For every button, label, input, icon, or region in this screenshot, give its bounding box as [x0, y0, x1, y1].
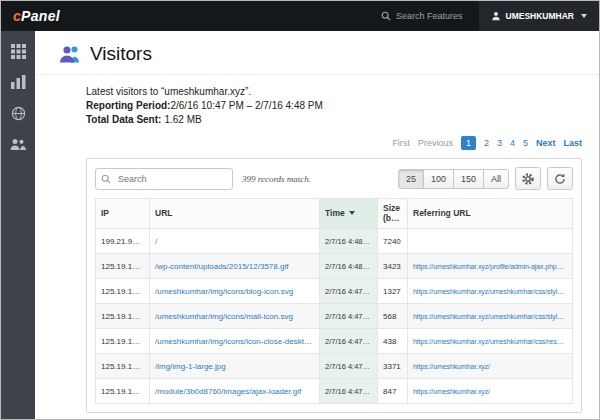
sidebar-item-domains[interactable]	[10, 105, 26, 121]
user-icon	[491, 11, 501, 21]
pagination-next[interactable]: Next	[536, 138, 556, 148]
time-cell: 2/7/16 4:47 PM	[320, 279, 378, 304]
pagination-previous[interactable]: Previous	[418, 138, 453, 148]
table-row: 125.19.102.78 /module/3b0d8760/images/aj…	[96, 379, 573, 404]
column-header-time[interactable]: Time	[320, 199, 378, 229]
size-cell: 847	[378, 379, 408, 404]
size-cell: 568	[378, 304, 408, 329]
referring-url-link[interactable]: https://umeshkumhar.xyz/	[413, 388, 490, 395]
page-header: Visitors	[35, 31, 599, 75]
sidebar-item-home[interactable]	[10, 43, 26, 59]
users-icon	[10, 138, 26, 151]
url-cell: /wp-content/uploads/2015/12/3578.gif	[150, 254, 320, 279]
intro-text: Latest visitors to “umeshkumhar.xyz”.	[86, 86, 599, 97]
referring-url-link[interactable]: https://umeshkumhar.xyz/	[413, 363, 490, 370]
ip-cell: 125.19.102.78	[96, 354, 150, 379]
cpanel-logo[interactable]: cPanel	[13, 8, 60, 24]
apps-grid-icon	[11, 44, 26, 59]
referring-url-link[interactable]: https://umeshkumhar.xyz/umeshkumhar/css/…	[413, 313, 573, 320]
column-header-ip[interactable]: IP	[96, 199, 150, 229]
size-cell: 3371	[378, 354, 408, 379]
url-link[interactable]: /umeshkumhar/img/icons/mail-icon.svg	[155, 312, 293, 321]
user-menu[interactable]: UMESHKUMHAR	[479, 1, 599, 31]
referring-url-link[interactable]: https://umeshkumhar.xyz/umeshkumhar/css/…	[413, 288, 573, 295]
page-size-100-button[interactable]: 100	[423, 169, 454, 189]
main-content: Visitors Latest visitors to “umeshkumhar…	[35, 31, 599, 419]
chevron-down-icon	[581, 14, 587, 18]
pagination-first[interactable]: First	[392, 138, 410, 148]
reporting-period-value: 2/6/16 10:47 PM – 2/7/16 4:48 PM	[170, 100, 322, 111]
pagination-page-1[interactable]: 1	[461, 136, 476, 150]
total-data-value: 1.62 MB	[164, 114, 201, 125]
column-header-referring-url[interactable]: Referring URL	[408, 199, 573, 229]
url-cell: /umeshkumhar/img/icons/blog-icon.svg	[150, 279, 320, 304]
url-cell: /	[150, 229, 320, 254]
url-link[interactable]: /umeshkumhar/img/icons/blog-icon.svg	[155, 287, 293, 296]
referring-url-link[interactable]: https://umeshkumhar.xyz/umeshkumhar/css/…	[413, 338, 573, 345]
search-features-button[interactable]: Search Features	[381, 11, 463, 21]
ip-cell: 125.19.102.78	[96, 254, 150, 279]
page-size-25-button[interactable]: 25	[398, 169, 424, 189]
ip-cell: 125.19.102.78	[96, 279, 150, 304]
size-cell: 438	[378, 329, 408, 354]
column-header-size[interactable]: Size (bytes)	[378, 199, 408, 229]
pagination-last[interactable]: Last	[563, 138, 582, 148]
referring-url-link[interactable]: https://umeshkumhar.xyz/profile/admin-aj…	[413, 263, 573, 270]
url-cell: /umeshkumhar/img/icons/mail-icon.svg	[150, 304, 320, 329]
records-match-text: 399 records match.	[242, 174, 311, 184]
column-header-url[interactable]: URL	[150, 199, 320, 229]
url-link[interactable]: /module/3b0d8760/images/ajax-loader.gif	[155, 387, 301, 396]
table-row: 125.19.102.78 /umeshkumhar/img/icons/blo…	[96, 279, 573, 304]
url-link[interactable]: /img/img-1-large.jpg	[155, 362, 226, 371]
refresh-button[interactable]	[547, 167, 573, 190]
sidebar	[1, 31, 35, 419]
time-header-label: Time	[325, 208, 345, 218]
sidebar-item-users[interactable]	[10, 136, 26, 152]
table-wrap: IP URL Time Size (bytes) Referring URL 1…	[95, 198, 573, 404]
reporting-period-label: Reporting Period:	[86, 100, 170, 111]
logo-text-panel: Panel	[21, 8, 60, 24]
reporting-period: Reporting Period:2/6/16 10:47 PM – 2/7/1…	[86, 100, 599, 111]
table-row: 125.19.102.78 /wp-content/uploads/2015/1…	[96, 254, 573, 279]
url-cell: /umeshkumhar/img/icons/icon-close-deskto…	[150, 329, 320, 354]
search-box	[95, 168, 233, 190]
table-row: 125.19.102.78 /img/img-1-large.jpg 2/7/1…	[96, 354, 573, 379]
search-input[interactable]	[95, 168, 233, 190]
refresh-icon	[554, 173, 566, 185]
pagination-page-5[interactable]: 5	[523, 138, 528, 148]
url-link[interactable]: /wp-content/uploads/2015/12/3578.gif	[155, 262, 288, 271]
time-cell: 2/7/16 4:47 PM	[320, 354, 378, 379]
page-size-all-button[interactable]: All	[483, 169, 509, 189]
bar-chart-icon	[11, 75, 26, 89]
url-link[interactable]: /	[155, 237, 157, 246]
time-cell: 2/7/16 4:48 PM	[320, 229, 378, 254]
globe-icon	[11, 106, 26, 121]
pagination-page-2[interactable]: 2	[484, 138, 489, 148]
page-size-150-button[interactable]: 150	[453, 169, 484, 189]
url-link[interactable]: /umeshkumhar/img/icons/icon-close-deskto…	[155, 337, 320, 346]
referring-url-cell: https://umeshkumhar.xyz/	[408, 354, 573, 379]
pagination-page-4[interactable]: 4	[510, 138, 515, 148]
summary-block: Latest visitors to “umeshkumhar.xyz”. Re…	[35, 86, 599, 125]
ip-cell: 199.21.99.295	[96, 229, 150, 254]
page-size-group: 25 100 150 All	[398, 169, 509, 189]
settings-button[interactable]	[515, 167, 541, 190]
size-cell: 1327	[378, 279, 408, 304]
referring-url-cell: https://umeshkumhar.xyz/umeshkumhar/css/…	[408, 329, 573, 354]
top-bar: cPanel Search Features UMESHKUMHAR	[1, 1, 599, 31]
gear-icon	[522, 173, 534, 185]
ip-cell: 125.19.102.78	[96, 379, 150, 404]
logo-text-c: c	[13, 8, 21, 24]
visitors-panel: 399 records match. 25 100 150 All	[86, 158, 582, 413]
page-title: Visitors	[90, 43, 152, 65]
referring-url-cell	[408, 229, 573, 254]
search-features-label: Search Features	[396, 11, 463, 21]
ip-cell: 125.19.102.78	[96, 329, 150, 354]
pagination-page-3[interactable]: 3	[497, 138, 502, 148]
url-cell: /module/3b0d8760/images/ajax-loader.gif	[150, 379, 320, 404]
referring-url-cell: https://umeshkumhar.xyz/umeshkumhar/css/…	[408, 279, 573, 304]
time-cell: 2/7/16 4:47 PM	[320, 329, 378, 354]
sidebar-item-statistics[interactable]	[10, 74, 26, 90]
table-header-row: IP URL Time Size (bytes) Referring URL	[96, 199, 573, 229]
time-cell: 2/7/16 4:48 PM	[320, 254, 378, 279]
